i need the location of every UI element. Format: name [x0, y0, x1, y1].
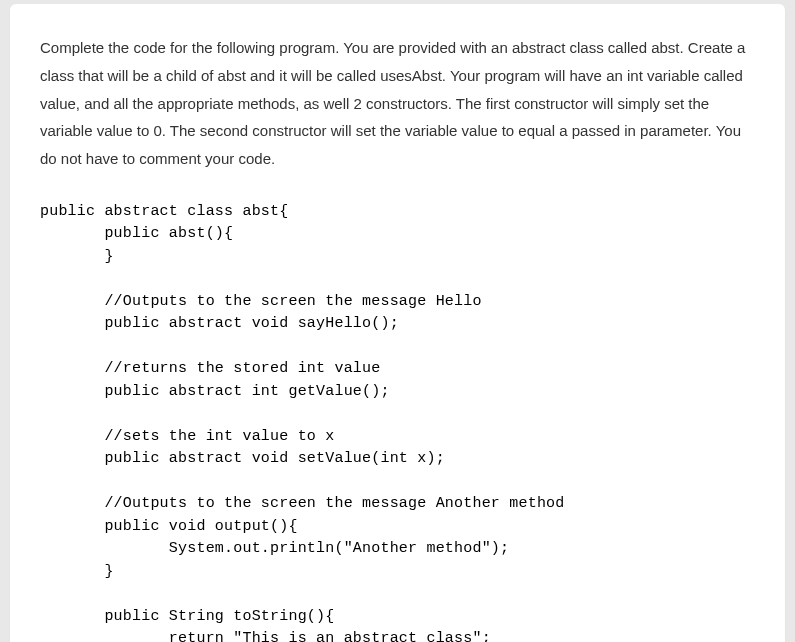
question-card: Complete the code for the following prog… [10, 4, 785, 642]
question-prompt: Complete the code for the following prog… [40, 34, 755, 173]
code-block: public abstract class abst{ public abst(… [40, 201, 755, 642]
